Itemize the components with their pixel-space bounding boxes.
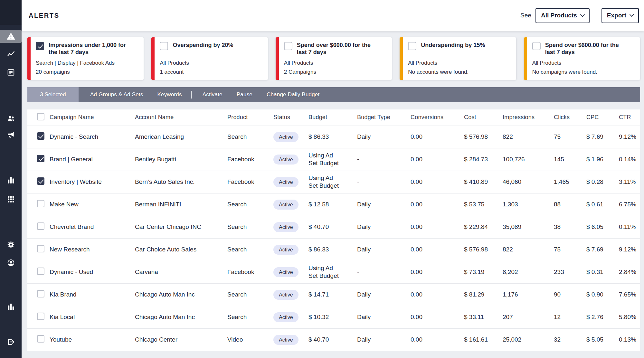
row-checkbox[interactable]: [37, 245, 44, 252]
content: Impressions under 1,000 for the last 7 d…: [22, 31, 644, 351]
main-area: ALERTS See All Products Export Impressio…: [22, 0, 644, 358]
table-row[interactable]: New Research Car Choice Auto Sales Searc…: [27, 238, 640, 261]
table-row[interactable]: Dynamic - Used Carvana Facebook Active U…: [27, 261, 640, 283]
alert-card-checkbox[interactable]: [284, 42, 292, 50]
select-all-checkbox[interactable]: [37, 113, 44, 120]
row-checkbox[interactable]: [37, 155, 44, 162]
column-header-clicks[interactable]: Clicks: [553, 109, 585, 126]
alert-card-checkbox[interactable]: [36, 42, 44, 50]
column-header-conversions[interactable]: Conversions: [409, 109, 463, 126]
column-header-budget-type[interactable]: Budget Type: [356, 109, 409, 126]
budget-cell: Using Ad Set Budget: [307, 171, 356, 193]
sidebar-item-apps[interactable]: [0, 193, 22, 206]
impressions-cell: 1,176: [501, 283, 553, 306]
sidebar-item-performance[interactable]: [0, 48, 22, 61]
row-checkbox[interactable]: [37, 313, 44, 320]
selected-count-chip[interactable]: 3 Selected: [27, 87, 79, 102]
product-cell: Search: [226, 238, 272, 261]
campaign-name-cell[interactable]: Kia Brand: [48, 283, 134, 306]
alert-card-count: 1 account: [160, 68, 264, 77]
table-row[interactable]: Brand | General Bentley Bugatti Facebook…: [27, 148, 640, 171]
table-row[interactable]: Inventory | Website Bern’s Auto Sales In…: [27, 171, 640, 193]
ctr-cell: 3.11%: [618, 171, 640, 193]
table-row[interactable]: Kia Brand Chicago Auto Man Inc Search Ac…: [27, 283, 640, 306]
alert-card[interactable]: Impressions under 1,000 for the last 7 d…: [27, 37, 144, 80]
clicks-cell: 90: [553, 283, 585, 306]
sidebar-item-settings[interactable]: [0, 238, 22, 251]
sidebar-item-logout[interactable]: [0, 335, 22, 348]
alert-card-products: All Products: [284, 59, 388, 68]
product-filter-dropdown[interactable]: All Products: [535, 8, 590, 23]
sidebar-item-ads[interactable]: [0, 66, 22, 79]
alert-card[interactable]: Spend over $600.00 for the last 7 days A…: [524, 37, 640, 80]
table-row[interactable]: Youtube Chicago Center Video Active $ 40…: [27, 328, 640, 351]
sidebar-item-alerts[interactable]: [0, 30, 22, 43]
column-header-cpc[interactable]: CPC: [585, 109, 618, 126]
budget-type-cell: Daily: [356, 306, 409, 328]
alert-card-checkbox[interactable]: [532, 42, 541, 50]
alert-card-title: Spend over $600.00 for the last 7 days: [297, 42, 378, 56]
alert-card-title: Impressions under 1,000 for the last 7 d…: [49, 42, 130, 56]
campaign-name-cell[interactable]: Kia Local: [48, 306, 134, 328]
campaign-name-cell[interactable]: Chevrolet Brand: [48, 216, 134, 238]
cpc-cell: $ 7.69: [585, 126, 618, 148]
ctr-cell: 6.75%: [618, 193, 640, 216]
row-checkbox[interactable]: [37, 222, 44, 230]
cpc-cell: $ 0.28: [585, 171, 618, 193]
sidebar-item-reports[interactable]: [0, 300, 22, 313]
table-row[interactable]: Make New Berman INFINITI Search Active $…: [27, 193, 640, 216]
export-dropdown[interactable]: Export: [601, 8, 639, 23]
pause-button[interactable]: Pause: [230, 91, 260, 98]
column-header-campaign-name[interactable]: Campaign Name: [48, 109, 134, 126]
column-header-status[interactable]: Status: [272, 109, 307, 126]
cost-cell: $ 229.84: [463, 216, 501, 238]
row-checkbox[interactable]: [37, 335, 44, 343]
column-header-account-name[interactable]: Account Name: [134, 109, 226, 126]
cost-cell: $ 284.73: [463, 148, 501, 171]
conversions-cell: 0.00: [409, 238, 463, 261]
tab-ad-groups-ad-sets[interactable]: Ad Groups & Ad Sets: [83, 91, 150, 98]
alert-card-checkbox[interactable]: [408, 42, 416, 50]
column-header-ctr[interactable]: CTR: [618, 109, 640, 126]
cost-cell: $ 410.89: [463, 171, 501, 193]
row-checkbox[interactable]: [37, 268, 44, 275]
tab-keywords[interactable]: Keywords: [150, 91, 189, 98]
table-row[interactable]: Dynamic - Search American Leasing Search…: [27, 126, 640, 148]
column-header-product[interactable]: Product: [226, 109, 272, 126]
conversions-cell: 0.00: [409, 126, 463, 148]
change-daily-budget-button[interactable]: Change Daily Budget: [260, 91, 327, 98]
alert-card[interactable]: Underspending by 15% All Products No acc…: [400, 37, 516, 80]
row-checkbox[interactable]: [37, 290, 44, 297]
campaign-name-cell[interactable]: Dynamic - Search: [48, 126, 134, 148]
alert-card[interactable]: Spend over $600.00 for the last 7 days A…: [276, 37, 392, 80]
sidebar-item-campaigns[interactable]: [0, 128, 22, 141]
activate-button[interactable]: Activate: [195, 91, 230, 98]
row-checkbox[interactable]: [37, 177, 44, 185]
page-title: ALERTS: [29, 12, 60, 19]
sidebar-logo-area: [0, 0, 22, 25]
alert-card-products: Search | Display | Facebook Ads: [36, 59, 140, 68]
row-checkbox[interactable]: [37, 200, 44, 207]
sidebar-item-audiences[interactable]: [0, 112, 22, 125]
alert-card-checkbox[interactable]: [160, 42, 168, 50]
campaign-name-cell[interactable]: New Research: [48, 238, 134, 261]
alert-card[interactable]: Overspending by 20% All Products 1 accou…: [151, 37, 268, 80]
campaign-name-cell[interactable]: Dynamic - Used: [48, 261, 134, 283]
campaign-name-cell[interactable]: Brand | General: [48, 148, 134, 171]
ctr-cell: 0.11%: [618, 216, 640, 238]
sidebar-item-account[interactable]: [0, 256, 22, 269]
table-row[interactable]: Chevrolet Brand Car Center Chicago INC S…: [27, 216, 640, 238]
row-checkbox[interactable]: [37, 132, 44, 140]
campaign-name-cell[interactable]: Inventory | Website: [48, 171, 134, 193]
sidebar-item-columns[interactable]: [0, 174, 22, 187]
conversions-cell: 0.00: [409, 306, 463, 328]
status-badge: Active: [273, 200, 298, 210]
budget-cell: $ 86.33: [307, 238, 356, 261]
export-label: Export: [607, 12, 626, 19]
table-row[interactable]: Kia Local Chicago Auto Man Inc Search Ac…: [27, 306, 640, 328]
campaign-name-cell[interactable]: Youtube: [48, 328, 134, 351]
column-header-budget[interactable]: Budget: [307, 109, 356, 126]
column-header-cost[interactable]: Cost: [463, 109, 501, 126]
column-header-impressions[interactable]: Impressions: [501, 109, 553, 126]
campaign-name-cell[interactable]: Make New: [48, 193, 134, 216]
